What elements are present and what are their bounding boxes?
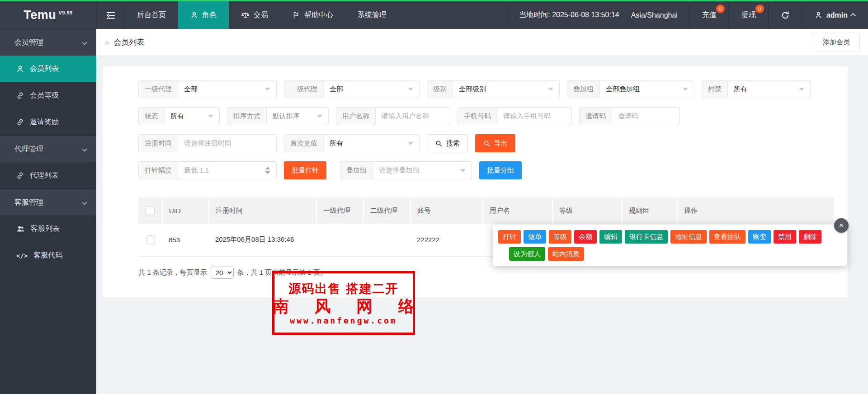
nav-transactions[interactable]: 交易 xyxy=(229,1,280,29)
sidebar-item-agent-list[interactable]: 代理列表 xyxy=(0,162,96,189)
sidebar-toggle-icon xyxy=(106,11,116,19)
select-all-checkbox[interactable] xyxy=(146,206,155,215)
column-header-rule-group: 规则组 xyxy=(622,197,677,224)
topbar: Temu V9.99 后台首页 角色 交易 xyxy=(0,0,868,29)
action-buttons-row-1: 打针 做单 等级 余额 编辑 银行卡信息 地址信息 查看团队 账变 禁用 删除 xyxy=(498,230,842,244)
nav-help-center[interactable]: 帮助中心 xyxy=(280,1,345,29)
watermark-line-3: www.nanfengw.com xyxy=(290,316,397,325)
filter-row-3: 注册时间 请选择注册时间 首次充值 所有 搜索 xyxy=(138,134,834,152)
breadcrumb: » 会员列表 添加会员 xyxy=(96,29,868,55)
app-version: V9.99 xyxy=(58,10,72,15)
sidebar-item-support-code[interactable]: </> 客服代码 xyxy=(0,242,96,269)
watermark-line-2: 南 风 网 络 xyxy=(263,297,425,315)
flag-icon xyxy=(292,11,300,19)
bulk-overlay-group-select[interactable]: 叠加组 请选择叠加组 xyxy=(340,161,472,179)
nav-dashboard[interactable]: 后台首页 xyxy=(124,1,178,29)
row-actions-popup: × 打针 做单 等级 余额 编辑 银行卡信息 地址信息 查看团队 账变 禁用 删… xyxy=(493,225,847,266)
filter-invite-code-input[interactable]: 邀请码 邀请码 xyxy=(579,107,680,125)
user-icon xyxy=(190,11,198,19)
filter-status-select[interactable]: 状态 所有 xyxy=(138,107,220,125)
search-icon xyxy=(435,140,443,147)
filter-ban-select[interactable]: 封禁 所有 xyxy=(702,80,811,98)
dropdown-caret-icon xyxy=(408,88,413,91)
local-time-text: 当地时间: 2025-06-08 13:50:14 xyxy=(519,10,619,20)
chevron-up-icon xyxy=(850,13,856,19)
link-icon xyxy=(16,118,24,126)
column-header-account: 账号 xyxy=(410,197,483,224)
link-icon xyxy=(16,92,24,99)
timezone-text: Asia/Shanghai xyxy=(631,11,678,19)
sidebar-item-member-list[interactable]: 会员列表 xyxy=(0,56,96,82)
dropdown-caret-icon xyxy=(548,88,553,91)
action-site-message-button[interactable]: 站内消息 xyxy=(548,247,584,261)
bulk-group-button[interactable]: 批量分组 xyxy=(479,161,522,179)
action-disable-button[interactable]: 禁用 xyxy=(774,230,796,244)
users-icon xyxy=(16,225,25,233)
app-logo[interactable]: Temu V9.99 xyxy=(0,1,96,29)
action-level-button[interactable]: 等级 xyxy=(549,230,571,244)
filter-row-2: 状态 所有 排序方式 默认排序 用户名称 请输入用户名称 手机号码 请输入手机号… xyxy=(138,107,834,125)
dropdown-caret-icon xyxy=(317,115,322,118)
page: { "theme": { "topbar_bg": "#383d49", "to… xyxy=(0,0,868,394)
dropdown-caret-icon xyxy=(683,88,688,91)
bulk-inject-button[interactable]: 批量打针 xyxy=(284,161,326,179)
search-button[interactable]: 搜索 xyxy=(427,134,468,152)
sidebar-group-support-management[interactable]: 客服管理 xyxy=(0,189,96,216)
user-icon xyxy=(815,11,822,19)
pagination-text-before: 共 1 条记录，每页显示 xyxy=(138,268,207,277)
dropdown-caret-icon xyxy=(799,88,804,91)
sidebar-group-agent-management[interactable]: 代理管理 xyxy=(0,136,96,162)
action-address-button[interactable]: 地址信息 xyxy=(670,230,707,244)
filter-username-input[interactable]: 用户名称 请输入用户名称 xyxy=(336,107,450,125)
nav-system-settings[interactable]: 系统管理 xyxy=(345,1,399,29)
export-button[interactable]: 导出 xyxy=(475,134,515,152)
filter-agent-l2-select[interactable]: 二级代理 全部 xyxy=(284,80,420,98)
filter-agent-l1-select[interactable]: 一级代理 全部 xyxy=(138,80,277,98)
action-delete-button[interactable]: 删除 xyxy=(799,230,821,244)
page-size-select[interactable]: 20 xyxy=(211,267,234,279)
action-inject-button[interactable]: 打针 xyxy=(498,230,521,244)
sidebar: 会员管理 会员列表 会员等级 邀请奖励 xyxy=(0,29,96,394)
refresh-button[interactable] xyxy=(768,1,802,29)
action-balance-button[interactable]: 余额 xyxy=(574,230,597,244)
withdraw-button[interactable]: 提现 0 xyxy=(729,1,768,29)
action-make-order-button[interactable]: 做单 xyxy=(524,230,546,244)
chevron-down-icon xyxy=(82,40,87,45)
action-bank-card-button[interactable]: 银行卡信息 xyxy=(625,230,668,244)
nav-roles[interactable]: 角色 xyxy=(178,1,229,29)
sidebar-group-member-management[interactable]: 会员管理 xyxy=(0,29,96,56)
action-set-fake-button[interactable]: 设为假人 xyxy=(509,247,545,261)
filter-level-select[interactable]: 级别 全部级别 xyxy=(427,80,560,98)
close-button[interactable]: × xyxy=(834,218,849,233)
filter-phone-input[interactable]: 手机号码 请输入手机号码 xyxy=(458,107,572,125)
chevron-down-icon xyxy=(82,200,87,205)
refresh-icon xyxy=(781,11,790,20)
user-icon xyxy=(16,65,24,73)
action-edit-button[interactable]: 编辑 xyxy=(599,230,622,244)
filter-overlay-group-select[interactable]: 叠加组 全部叠加组 xyxy=(567,80,694,98)
dropdown-caret-icon xyxy=(460,169,466,172)
cell-agent-l1 xyxy=(316,224,363,256)
sidebar-toggle-button[interactable] xyxy=(96,1,124,29)
add-member-button[interactable]: 添加会员 xyxy=(813,33,860,52)
cell-agent-l2 xyxy=(363,224,410,256)
sidebar-item-support-list[interactable]: 客服列表 xyxy=(0,216,96,242)
filter-first-recharge-select[interactable]: 首次充值 所有 xyxy=(284,134,420,152)
sidebar-item-invite-reward[interactable]: 邀请奖励 xyxy=(0,109,96,136)
local-time: 当地时间: 2025-06-08 13:50:14 Asia/Shanghai xyxy=(507,1,689,29)
filter-sort-select[interactable]: 排序方式 默认排序 xyxy=(227,107,329,125)
watermark-line-1: 源码出售 搭建二开 xyxy=(288,281,398,297)
row-checkbox[interactable] xyxy=(146,235,155,244)
inject-range-input[interactable]: 打针幅度 最低 1.1 xyxy=(138,161,277,179)
action-view-team-button[interactable]: 查看团队 xyxy=(709,230,745,244)
dropdown-caret-icon xyxy=(208,115,213,118)
table-header-row: UID 注册时间 一级代理 二级代理 账号 用户名 等级 规则组 操作 xyxy=(138,197,834,224)
recharge-button[interactable]: 充值 0 xyxy=(689,1,729,29)
user-menu[interactable]: admin xyxy=(802,1,868,29)
sidebar-item-member-level[interactable]: 会员等级 xyxy=(0,82,96,109)
number-stepper[interactable] xyxy=(265,167,270,174)
action-balance-log-button[interactable]: 账变 xyxy=(748,230,771,244)
filter-register-time-input[interactable]: 注册时间 请选择注册时间 xyxy=(138,134,277,152)
app-logo-text: Temu xyxy=(24,8,56,22)
column-header-uid: UID xyxy=(162,197,209,224)
